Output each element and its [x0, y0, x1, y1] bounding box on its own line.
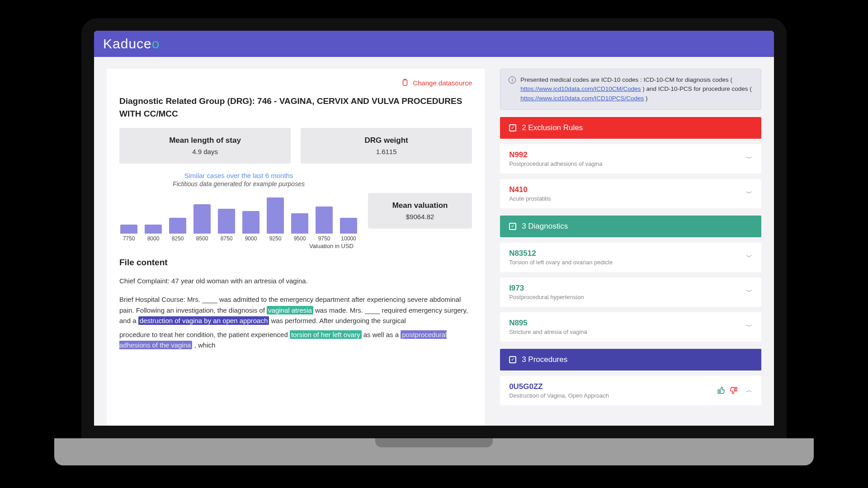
exclusion-panel: ✓ 2 Exclusion Rules N992Postprocedural a…: [500, 117, 761, 208]
code-value: N410: [509, 185, 551, 194]
bar-rect: [193, 204, 211, 234]
thumb-up-icon[interactable]: [717, 386, 725, 394]
chart-subtitle: Fictitious data generated for example pu…: [119, 180, 358, 188]
code-value: 0U5G0ZZ: [509, 382, 609, 391]
exclusion-body: N992Postprocedural adhesions of vagina﹀N…: [500, 144, 761, 208]
stat-valuation: Mean valuation $9064.82: [368, 193, 472, 229]
code-card-right: ︿: [717, 386, 752, 394]
code-card-left: 0U5G0ZZDestruction of Vagina, Open Appro…: [509, 382, 609, 399]
chart-bars: 7750800082508500875090009250950097501000…: [119, 192, 358, 242]
bar-label: 9000: [245, 235, 257, 242]
code-desc: Torsion of left ovary and ovarian pedicl…: [509, 259, 613, 266]
bar-label: 9500: [294, 235, 306, 242]
code-card-right: ﹀: [746, 253, 752, 261]
chart-bar: 9250: [266, 197, 285, 242]
info-text: Presented medical codes are ICD-10 codes…: [520, 75, 753, 103]
exclusion-header-label: 2 Exclusion Rules: [522, 123, 583, 132]
chart-bar: 8000: [144, 225, 163, 242]
code-value: N83512: [509, 249, 613, 258]
bar-label: 8750: [221, 235, 233, 242]
procedures-header[interactable]: ✓ 3 Procedures: [500, 349, 761, 371]
diagnostics-body: N83512Torsion of left ovary and ovarian …: [500, 243, 761, 342]
bar-rect: [120, 225, 137, 234]
highlight-procedure: destruction of vagina by an open approac…: [138, 316, 269, 325]
drg-title: Diagnostic Related Group (DRG): 746 - VA…: [119, 95, 472, 120]
stat-weight-value: 1.6115: [305, 148, 467, 155]
code-card[interactable]: N83512Torsion of left ovary and ovarian …: [500, 243, 761, 272]
stat-los: Mean length of stay 4.9 days: [119, 128, 291, 164]
chart-bar: 9750: [315, 206, 334, 242]
check-icon: ✓: [509, 124, 516, 131]
stat-los-label: Mean length of stay: [124, 136, 286, 145]
change-datasource-label: Change datasource: [413, 79, 472, 87]
code-card[interactable]: 0U5G0ZZDestruction of Vagina, Open Appro…: [500, 376, 761, 405]
brand-accent: o: [152, 36, 160, 51]
bar-rect: [267, 197, 284, 234]
code-desc: Postprocedural adhesions of vagina: [509, 160, 603, 167]
code-value: I973: [509, 284, 584, 293]
bar-rect: [340, 218, 357, 234]
diagnostics-header[interactable]: ✓ 3 Diagnostics: [500, 216, 761, 237]
code-card-left: I973Postprocedural hypertension: [509, 284, 584, 300]
highlight-diagnosis: torsion of her left ovary: [290, 330, 362, 339]
code-card[interactable]: N992Postprocedural adhesions of vagina﹀: [500, 144, 761, 174]
stat-row: Mean length of stay 4.9 days DRG weight …: [119, 128, 472, 164]
exclusion-header[interactable]: ✓ 2 Exclusion Rules: [500, 117, 761, 139]
code-desc: Acute prostatitis: [509, 195, 551, 202]
stat-los-value: 4.9 days: [124, 148, 286, 155]
stat-weight: DRG weight 1.6115: [301, 128, 472, 164]
code-card-right: ﹀: [746, 323, 752, 331]
chart-title: Similar cases over the last 6 months: [119, 172, 358, 179]
chevron-down-icon[interactable]: ﹀: [746, 253, 752, 261]
stat-weight-label: DRG weight: [305, 136, 467, 145]
bar-label: 8500: [196, 235, 208, 242]
stat-valuation-value: $9064.82: [373, 213, 467, 221]
bar-label: 8250: [172, 235, 184, 242]
code-value: N992: [509, 150, 603, 160]
content: Change datasource Diagnostic Related Gro…: [94, 57, 774, 426]
code-card-right: ﹀: [746, 189, 752, 197]
chevron-down-icon[interactable]: ︿: [746, 386, 752, 394]
chart-xlabel: Valuation in USD: [119, 243, 358, 249]
laptop-base: [54, 438, 814, 465]
code-desc: Postprocedural hypertension: [509, 294, 584, 300]
chevron-down-icon[interactable]: ﹀: [746, 189, 752, 197]
bar-rect: [145, 225, 162, 234]
code-desc: Stricture and atresia of vagina: [509, 328, 587, 335]
bar-rect: [291, 213, 308, 234]
chief-complaint: Chief Complaint: 47 year old woman with …: [119, 276, 472, 286]
chart-block: Similar cases over the last 6 months Fic…: [119, 172, 358, 249]
code-card[interactable]: N895Stricture and atresia of vagina﹀: [500, 312, 761, 342]
info-link-cm[interactable]: https://www.icd10data.com/ICD10CM/Codes: [520, 85, 641, 92]
code-desc: Destruction of Vagina, Open Approach: [509, 392, 609, 399]
code-card-left: N83512Torsion of left ovary and ovarian …: [509, 249, 613, 266]
thumb-down-icon[interactable]: [730, 386, 738, 394]
diagnostics-header-label: 3 Diagnostics: [522, 222, 568, 231]
bar-rect: [169, 218, 186, 234]
chart-bar: 10000: [339, 218, 358, 242]
brand-text: Kaduce: [103, 36, 152, 51]
info-text-part: Presented medical codes are ICD-10 codes…: [520, 76, 732, 83]
chevron-down-icon[interactable]: ﹀: [746, 155, 752, 163]
bar-label: 10000: [341, 235, 356, 242]
check-icon: ✓: [509, 356, 516, 363]
feedback-thumbs: [717, 386, 738, 394]
bar-label: 8000: [147, 235, 160, 242]
chevron-down-icon[interactable]: ﹀: [746, 323, 752, 331]
hospital-course-p2: procedure to treat her condition, the pa…: [119, 329, 472, 351]
course-text: procedure to treat her condition, the pa…: [119, 331, 290, 338]
code-card-right: ﹀: [746, 288, 752, 296]
hospital-course-p1: Brief Hospital Course: Mrs. ____ was adm…: [119, 294, 472, 326]
change-datasource-button[interactable]: Change datasource: [119, 79, 472, 87]
course-text: as well as a: [363, 331, 401, 338]
code-card[interactable]: N410Acute prostatitis﹀: [500, 179, 761, 208]
code-card[interactable]: I973Postprocedural hypertension﹀: [500, 277, 761, 307]
chevron-down-icon[interactable]: ﹀: [746, 288, 752, 296]
right-column: i Presented medical codes are ICD-10 cod…: [500, 69, 761, 426]
info-link-pcs[interactable]: https://www.icd10data.com/ICD10PCS/Codes: [520, 95, 644, 102]
bar-label: 9250: [269, 235, 282, 242]
info-notice: i Presented medical codes are ICD-10 cod…: [500, 69, 761, 110]
code-value: N895: [509, 319, 587, 328]
code-card-left: N992Postprocedural adhesions of vagina: [509, 150, 603, 167]
chart-bar: 8500: [193, 204, 212, 242]
